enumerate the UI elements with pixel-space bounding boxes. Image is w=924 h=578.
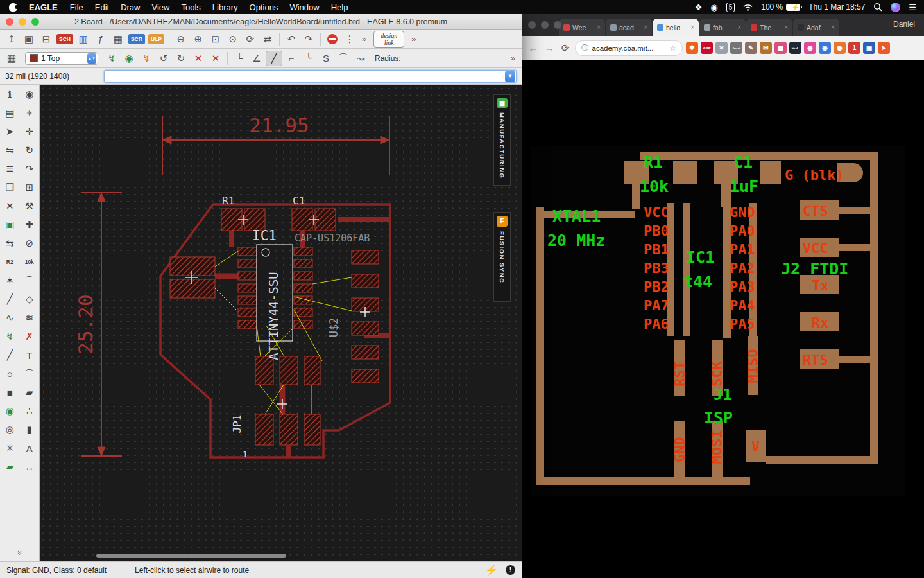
refresh-icon[interactable]: ⇄: [259, 31, 276, 47]
swirl-icon[interactable]: ◉: [710, 3, 717, 12]
change-icon[interactable]: ⚒: [20, 198, 40, 214]
url-bar[interactable]: ⓘ academy.cba.mit... ☆: [575, 40, 683, 56]
siri-icon[interactable]: [891, 3, 900, 12]
replace-icon[interactable]: ▣: [0, 217, 20, 232]
menu-item-view[interactable]: View: [146, 3, 176, 12]
undo-icon[interactable]: ↶: [283, 31, 300, 47]
menu-item-window[interactable]: Window: [284, 3, 325, 12]
honey-ext-icon[interactable]: ✾: [686, 42, 698, 54]
redo-icon[interactable]: ↷: [300, 31, 317, 47]
add-icon[interactable]: ✚: [20, 217, 40, 232]
drc-status-icon[interactable]: !: [506, 565, 515, 575]
wire-icon[interactable]: ╱: [0, 347, 20, 363]
ulp-button[interactable]: ULP: [148, 34, 164, 44]
browser-tab-fab[interactable]: fab×: [699, 19, 746, 36]
command-combobox[interactable]: ▼: [104, 70, 517, 83]
drc-icon[interactable]: ▰: [0, 459, 20, 475]
tab-close-icon[interactable]: ×: [597, 24, 601, 31]
menu-item-library[interactable]: Library: [207, 3, 244, 12]
miter-icon[interactable]: ⌒: [20, 273, 40, 288]
browser-tab-adaf[interactable]: Adaf×: [793, 19, 839, 36]
pinswap-icon[interactable]: ⇆: [0, 236, 20, 251]
scr-button[interactable]: SCR: [128, 34, 145, 44]
bend-arc-icon[interactable]: ⌒: [335, 51, 352, 66]
fusion-sync-tab[interactable]: F FUSION SYNC: [493, 212, 511, 302]
meander-icon[interactable]: ∿: [0, 310, 20, 326]
tab-close-icon[interactable]: ×: [644, 24, 647, 31]
mute-ext-icon[interactable]: ✕: [715, 42, 728, 54]
bend-s-icon[interactable]: S: [318, 51, 334, 66]
sch-brd-switch-icon[interactable]: SCH: [56, 34, 73, 44]
overflow-icon[interactable]: »: [359, 34, 370, 44]
pink-ext-icon[interactable]: ◉: [804, 42, 816, 54]
menu-item-tools[interactable]: Tools: [175, 3, 206, 12]
notification-center-icon[interactable]: ☰: [909, 3, 916, 12]
tab-close-icon[interactable]: ×: [784, 24, 788, 31]
text-icon[interactable]: T: [20, 347, 40, 363]
browser-close-button[interactable]: [528, 21, 536, 29]
delete-segment-icon[interactable]: ✕: [190, 51, 207, 66]
export-image-icon[interactable]: ▥: [75, 31, 92, 47]
zoom-out-icon[interactable]: ⊖: [173, 31, 189, 47]
layer-stepper[interactable]: ▲▼: [87, 53, 96, 64]
browser-minimize-button[interactable]: [541, 21, 549, 29]
browser-tab-wee[interactable]: Wee×: [559, 19, 605, 36]
show-icon[interactable]: ◉: [20, 87, 40, 102]
value-icon[interactable]: 10k: [20, 254, 40, 270]
orange-ext-icon[interactable]: ◉: [834, 42, 846, 54]
ripup-trace-icon[interactable]: ↯: [138, 51, 155, 66]
rocket-ext-icon[interactable]: ➤: [878, 42, 890, 54]
ratsnest-icon[interactable]: ✳: [0, 441, 20, 456]
wifi-icon[interactable]: [743, 4, 753, 11]
overflow2-icon[interactable]: »: [408, 34, 419, 44]
route-airwire-icon[interactable]: ↯: [103, 51, 120, 66]
ripup-icon[interactable]: ✗: [20, 329, 40, 344]
bend-90-icon[interactable]: └: [231, 51, 248, 66]
errors-icon[interactable]: ↔: [20, 459, 40, 475]
rect-icon[interactable]: ■: [0, 385, 20, 400]
zoom-fit-icon[interactable]: ⊡: [207, 31, 224, 47]
print-icon[interactable]: ⊟: [38, 31, 55, 47]
horizontal-scrollbar[interactable]: [96, 554, 286, 558]
browser-content[interactable]: R110kC11uFXTAL120 MHzIC1t44J2 FTDIJ1ISPG…: [522, 60, 924, 578]
drill-table-icon[interactable]: ▦: [110, 31, 126, 47]
zoom-select-icon[interactable]: ⊙: [225, 31, 241, 47]
mark-icon[interactable]: ⌖: [20, 105, 40, 121]
stop-icon[interactable]: [327, 34, 338, 44]
close-button[interactable]: [6, 18, 13, 26]
save-icon[interactable]: ▣: [21, 31, 37, 47]
site-info-icon[interactable]: ⓘ: [581, 43, 589, 53]
minimize-button[interactable]: [19, 18, 26, 26]
pad-icon[interactable]: ▮: [20, 422, 40, 437]
mail-ext-icon[interactable]: ✉: [760, 42, 772, 54]
polygon-icon[interactable]: ▰: [20, 385, 40, 400]
autoroute-icon[interactable]: A: [20, 441, 40, 456]
draw-ext-icon[interactable]: ✎: [745, 42, 757, 54]
zoom-redraw-icon[interactable]: ⟳: [242, 31, 259, 47]
manufacturing-tab[interactable]: ▦ MANUFACTURING: [493, 94, 511, 186]
hole-icon[interactable]: ◎: [0, 422, 20, 437]
bend-free-icon[interactable]: ↝: [352, 51, 369, 66]
smash-icon[interactable]: ✶: [0, 273, 20, 288]
reload-icon[interactable]: ⟳: [559, 42, 572, 54]
info-icon[interactable]: ℹ: [0, 87, 20, 102]
more-icon[interactable]: ⋮: [341, 31, 358, 47]
tab-close-icon[interactable]: ×: [690, 24, 694, 31]
optimize-icon[interactable]: ◇: [20, 292, 40, 307]
eagle-titlebar[interactable]: 2 Board - /Users/DANTHEZMAN/Documents/ea…: [0, 14, 522, 30]
rotate-icon[interactable]: ↻: [20, 143, 40, 158]
menu-item-draw[interactable]: Draw: [115, 3, 146, 12]
hover-ext-icon[interactable]: HoL: [789, 42, 801, 54]
undo-loop-icon[interactable]: ↺: [155, 51, 172, 66]
delete-signal-icon[interactable]: ✕: [207, 51, 224, 66]
back-icon[interactable]: ←: [527, 42, 540, 53]
split-icon[interactable]: ╱: [0, 292, 20, 307]
align-icon[interactable]: ≋: [20, 310, 40, 326]
toolbar2-overflow-icon[interactable]: »: [508, 53, 518, 63]
palette-overflow-icon[interactable]: »: [15, 533, 25, 573]
menu-item-edit[interactable]: Edit: [89, 3, 115, 12]
cam-processor-icon[interactable]: ƒ: [92, 31, 109, 47]
badge-5-icon[interactable]: 5: [726, 3, 735, 12]
arc-icon[interactable]: ⌒: [20, 366, 40, 381]
bend-45-icon[interactable]: ∠: [248, 51, 265, 66]
